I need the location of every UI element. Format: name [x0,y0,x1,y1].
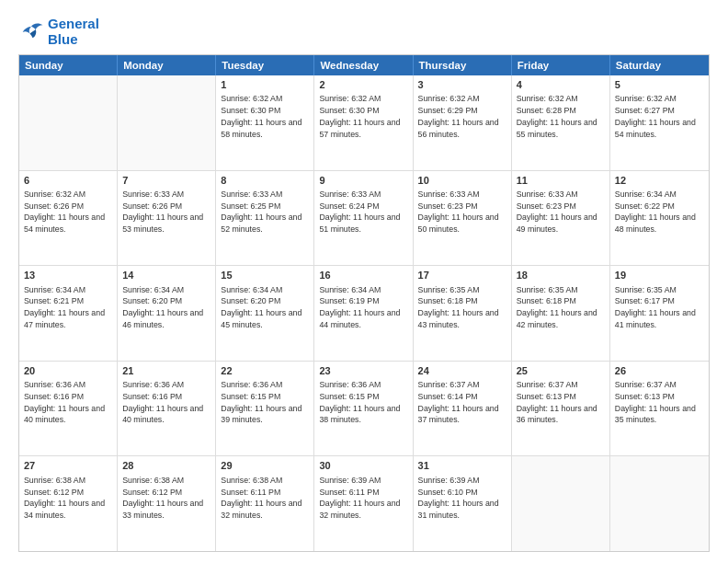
day-number: 18 [517,269,605,282]
header-day-friday: Friday [512,55,610,75]
calendar-cell: 30Sunrise: 6:39 AMSunset: 6:11 PMDayligh… [314,456,413,551]
calendar-row-3: 20Sunrise: 6:36 AMSunset: 6:16 PMDayligh… [19,361,709,456]
calendar-cell: 9Sunrise: 6:33 AMSunset: 6:24 PMDaylight… [314,171,413,266]
day-number: 31 [418,459,506,473]
calendar-cell: 14Sunrise: 6:34 AMSunset: 6:20 PMDayligh… [118,266,216,361]
day-number: 3 [418,78,506,92]
day-number: 9 [319,174,407,188]
sun-info: Sunrise: 6:36 AMSunset: 6:16 PMDaylight:… [122,379,210,426]
calendar-cell: 17Sunrise: 6:35 AMSunset: 6:18 PMDayligh… [414,266,512,361]
sun-info: Sunrise: 6:37 AMSunset: 6:13 PMDaylight:… [615,379,704,426]
sun-info: Sunrise: 6:32 AMSunset: 6:30 PMDaylight:… [221,93,309,140]
day-number: 1 [221,78,309,92]
calendar-cell: 8Sunrise: 6:33 AMSunset: 6:25 PMDaylight… [216,171,314,266]
calendar-cell: 1Sunrise: 6:32 AMSunset: 6:30 PMDaylight… [216,75,314,170]
calendar-cell: 21Sunrise: 6:36 AMSunset: 6:16 PMDayligh… [118,362,216,456]
calendar-cell: 2Sunrise: 6:32 AMSunset: 6:30 PMDaylight… [314,75,413,170]
day-number: 29 [221,459,309,473]
day-number: 10 [418,174,506,188]
calendar-cell [19,75,118,170]
calendar-cell: 12Sunrise: 6:34 AMSunset: 6:22 PMDayligh… [610,171,709,266]
day-number: 13 [24,269,112,282]
sun-info: Sunrise: 6:32 AMSunset: 6:30 PMDaylight:… [319,93,407,140]
calendar-cell [512,456,610,551]
calendar-row-0: 1Sunrise: 6:32 AMSunset: 6:30 PMDaylight… [19,75,709,170]
calendar-cell: 23Sunrise: 6:36 AMSunset: 6:15 PMDayligh… [314,362,413,456]
calendar-cell: 6Sunrise: 6:32 AMSunset: 6:26 PMDaylight… [19,171,118,266]
sun-info: Sunrise: 6:33 AMSunset: 6:24 PMDaylight:… [319,189,407,236]
calendar-cell: 7Sunrise: 6:33 AMSunset: 6:26 PMDaylight… [118,171,216,266]
calendar-cell [610,456,709,551]
sun-info: Sunrise: 6:35 AMSunset: 6:18 PMDaylight:… [517,284,605,331]
header-day-sunday: Sunday [19,55,118,75]
sun-info: Sunrise: 6:34 AMSunset: 6:21 PMDaylight:… [24,284,112,331]
sun-info: Sunrise: 6:32 AMSunset: 6:29 PMDaylight:… [418,93,506,140]
day-number: 5 [615,78,704,92]
calendar-cell: 31Sunrise: 6:39 AMSunset: 6:10 PMDayligh… [414,456,512,551]
sun-info: Sunrise: 6:35 AMSunset: 6:17 PMDaylight:… [615,284,704,331]
sun-info: Sunrise: 6:35 AMSunset: 6:18 PMDaylight:… [418,284,506,331]
day-number: 17 [418,269,506,282]
sun-info: Sunrise: 6:39 AMSunset: 6:10 PMDaylight:… [418,475,506,522]
calendar-row-4: 27Sunrise: 6:38 AMSunset: 6:12 PMDayligh… [19,455,709,551]
day-number: 19 [615,269,704,282]
sun-info: Sunrise: 6:33 AMSunset: 6:23 PMDaylight:… [517,189,605,236]
day-number: 27 [24,459,112,473]
day-number: 14 [122,269,210,282]
calendar-cell: 11Sunrise: 6:33 AMSunset: 6:23 PMDayligh… [512,171,610,266]
day-number: 15 [221,269,309,282]
day-number: 4 [517,78,605,92]
header: General Blue [18,17,710,47]
calendar-header: SundayMondayTuesdayWednesdayThursdayFrid… [19,55,709,75]
page: General Blue SundayMondayTuesdayWednesda… [0,0,728,563]
day-number: 21 [122,364,210,378]
calendar-cell: 5Sunrise: 6:32 AMSunset: 6:27 PMDaylight… [610,75,709,170]
sun-info: Sunrise: 6:34 AMSunset: 6:19 PMDaylight:… [319,284,407,331]
day-number: 30 [319,459,407,473]
calendar: SundayMondayTuesdayWednesdayThursdayFrid… [18,54,710,552]
day-number: 22 [221,364,309,378]
day-number: 12 [615,174,704,188]
logo: General Blue [18,17,99,47]
calendar-body: 1Sunrise: 6:32 AMSunset: 6:30 PMDaylight… [19,75,709,551]
calendar-row-1: 6Sunrise: 6:32 AMSunset: 6:26 PMDaylight… [19,170,709,266]
sun-info: Sunrise: 6:36 AMSunset: 6:16 PMDaylight:… [24,379,112,426]
calendar-cell: 26Sunrise: 6:37 AMSunset: 6:13 PMDayligh… [610,362,709,456]
sun-info: Sunrise: 6:38 AMSunset: 6:12 PMDaylight:… [24,475,112,522]
sun-info: Sunrise: 6:34 AMSunset: 6:20 PMDaylight:… [221,284,309,331]
calendar-cell: 4Sunrise: 6:32 AMSunset: 6:28 PMDaylight… [512,75,610,170]
calendar-cell: 24Sunrise: 6:37 AMSunset: 6:14 PMDayligh… [414,362,512,456]
day-number: 8 [221,174,309,188]
calendar-cell: 22Sunrise: 6:36 AMSunset: 6:15 PMDayligh… [216,362,314,456]
day-number: 6 [24,174,112,188]
header-day-wednesday: Wednesday [314,55,413,75]
day-number: 25 [517,364,605,378]
logo-icon [18,22,44,42]
day-number: 24 [418,364,506,378]
sun-info: Sunrise: 6:36 AMSunset: 6:15 PMDaylight:… [221,379,309,426]
calendar-cell: 19Sunrise: 6:35 AMSunset: 6:17 PMDayligh… [610,266,709,361]
sun-info: Sunrise: 6:38 AMSunset: 6:11 PMDaylight:… [221,475,309,522]
calendar-cell: 16Sunrise: 6:34 AMSunset: 6:19 PMDayligh… [314,266,413,361]
calendar-cell: 18Sunrise: 6:35 AMSunset: 6:18 PMDayligh… [512,266,610,361]
calendar-cell: 3Sunrise: 6:32 AMSunset: 6:29 PMDaylight… [414,75,512,170]
sun-info: Sunrise: 6:33 AMSunset: 6:25 PMDaylight:… [221,189,309,236]
calendar-cell: 13Sunrise: 6:34 AMSunset: 6:21 PMDayligh… [19,266,118,361]
sun-info: Sunrise: 6:38 AMSunset: 6:12 PMDaylight:… [122,475,210,522]
day-number: 26 [615,364,704,378]
calendar-cell: 25Sunrise: 6:37 AMSunset: 6:13 PMDayligh… [512,362,610,456]
sun-info: Sunrise: 6:33 AMSunset: 6:26 PMDaylight:… [122,189,210,236]
sun-info: Sunrise: 6:37 AMSunset: 6:13 PMDaylight:… [517,379,605,426]
calendar-cell: 27Sunrise: 6:38 AMSunset: 6:12 PMDayligh… [19,456,118,551]
sun-info: Sunrise: 6:32 AMSunset: 6:27 PMDaylight:… [615,93,704,140]
sun-info: Sunrise: 6:32 AMSunset: 6:26 PMDaylight:… [24,189,112,236]
sun-info: Sunrise: 6:36 AMSunset: 6:15 PMDaylight:… [319,379,407,426]
header-day-monday: Monday [118,55,216,75]
day-number: 7 [122,174,210,188]
logo-text: General Blue [48,17,99,47]
sun-info: Sunrise: 6:34 AMSunset: 6:22 PMDaylight:… [615,189,704,236]
calendar-cell [118,75,216,170]
sun-info: Sunrise: 6:32 AMSunset: 6:28 PMDaylight:… [517,93,605,140]
day-number: 28 [122,459,210,473]
day-number: 20 [24,364,112,378]
